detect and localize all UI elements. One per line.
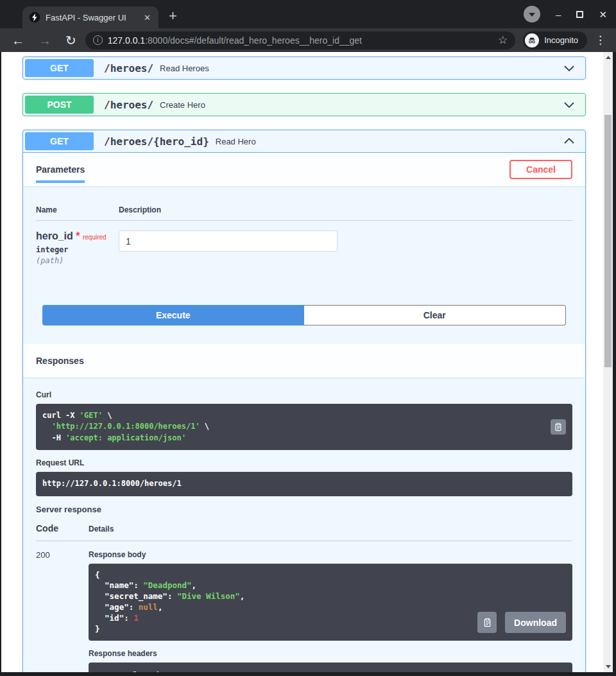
responses-inner: Curl curl -X 'GET' \ 'http://127.0.0.1:8…: [23, 377, 585, 672]
tab-close-icon[interactable]: ✕: [142, 13, 152, 22]
response-headers-code: content-length: 65 content-type: applica…: [89, 663, 572, 672]
opblock-get-hero-by-id: GET /heroes/{hero_id} Read Hero Paramete…: [22, 130, 586, 672]
execute-button[interactable]: Execute: [42, 305, 304, 325]
curl-text: -H: [42, 433, 65, 442]
copy-response-button[interactable]: [477, 612, 497, 633]
response-row: 200 Response body { "name": "Deadpond", …: [36, 541, 572, 672]
maximize-icon: [576, 11, 583, 18]
method-badge-get: GET: [25, 132, 94, 150]
url-host: 127.0.0.1: [108, 35, 145, 46]
address-bar[interactable]: i 127.0.0.1:8000/docs#/default/read_hero…: [85, 31, 515, 49]
browser-window: FastAPI - Swagger UI ✕ + – ✕ ← → ↻ i 127…: [0, 0, 616, 676]
request-url-label: Request URL: [36, 458, 572, 467]
parameter-value-cell: [119, 230, 338, 265]
method-badge-get: GET: [25, 59, 94, 77]
json-null-value: null: [139, 602, 158, 612]
minimize-button[interactable]: –: [556, 10, 561, 19]
curl-command: curl -X 'GET' \ 'http://127.0.0.1:8000/h…: [36, 404, 572, 450]
tab-search-button[interactable]: [524, 6, 540, 22]
curl-string: 'accept: application/json': [65, 433, 186, 442]
copy-curl-button[interactable]: [551, 419, 566, 435]
json-key: "secret_name": [105, 591, 167, 601]
tab-parameters[interactable]: Parameters: [36, 153, 85, 186]
swagger-content: GET /heroes/ Read Heroes POST /heroes/ C…: [1, 52, 603, 672]
execute-row: Execute Clear: [23, 292, 585, 344]
json-colon: :: [133, 580, 143, 590]
scroll-up-arrow-icon[interactable]: [603, 53, 613, 62]
site-info-icon[interactable]: i: [93, 35, 103, 45]
operation-summary: Read Hero: [216, 137, 256, 146]
json-brace: }: [95, 624, 100, 634]
operation-path: /heroes/: [104, 99, 153, 111]
forward-button[interactable]: →: [33, 34, 56, 47]
fastapi-favicon-icon: [29, 12, 40, 23]
json-key: "id": [105, 613, 124, 623]
curl-text: curl -X: [42, 411, 80, 420]
url-path: :8000/docs#/default/read_hero_heroes__he…: [145, 35, 362, 46]
chevron-up-icon[interactable]: [563, 135, 576, 148]
response-body-code: { "name": "Deadpond", "secret_name": "Di…: [89, 564, 572, 641]
json-colon: :: [129, 602, 139, 612]
opblock-get-heroes: GET /heroes/ Read Heroes: [22, 56, 586, 80]
browser-tab[interactable]: FastAPI - Swagger UI ✕: [22, 6, 158, 28]
curl-label: Curl: [36, 390, 572, 399]
opblock-summary-create-hero[interactable]: POST /heroes/ Create Hero: [23, 94, 585, 116]
cancel-button[interactable]: Cancel: [509, 160, 572, 179]
tab-title: FastAPI - Swagger UI: [46, 13, 137, 22]
menu-more-icon[interactable]: ⋮: [591, 33, 610, 47]
operation-path: /heroes/{hero_id}: [104, 135, 209, 148]
required-label: required: [83, 234, 107, 241]
operation-summary: Read Heroes: [160, 64, 209, 73]
maximize-button[interactable]: [576, 10, 583, 19]
parameter-name: hero_id: [36, 230, 73, 241]
curl-text: \: [200, 422, 209, 431]
chevron-down-icon: [529, 13, 535, 17]
opblock-summary-read-hero[interactable]: GET /heroes/{hero_id} Read Hero: [23, 130, 585, 153]
code-column-label: Code: [36, 523, 89, 533]
server-response-label: Server response: [36, 505, 572, 514]
back-button[interactable]: ←: [6, 34, 30, 47]
response-details: Response body { "name": "Deadpond", "sec…: [89, 550, 572, 672]
curl-string: 'GET': [80, 411, 103, 420]
incognito-label: Incognito: [544, 35, 578, 45]
details-column-label: Details: [89, 524, 114, 533]
json-string-value: "Dive Wilson": [177, 591, 240, 601]
operation-path: /heroes/: [104, 62, 153, 74]
scrollbar-thumb[interactable]: [604, 115, 612, 367]
close-button[interactable]: ✕: [599, 10, 607, 19]
opblock-post-heroes: POST /heroes/ Create Hero: [22, 93, 586, 116]
incognito-icon: [525, 33, 539, 48]
page-scrollbar[interactable]: [603, 52, 613, 672]
curl-text: [42, 422, 51, 431]
scroll-down-arrow-icon[interactable]: [603, 662, 613, 672]
required-star: *: [76, 230, 80, 241]
url-text: 127.0.0.1:8000/docs#/default/read_hero_h…: [108, 35, 492, 46]
parameters-table: Name Description hero_id * required inte…: [23, 186, 585, 292]
json-colon: :: [167, 591, 177, 601]
response-body-label: Response body: [89, 550, 572, 559]
json-comma: ,: [240, 591, 245, 601]
clear-button[interactable]: Clear: [304, 305, 567, 325]
response-header-line: content-length: 65: [96, 671, 180, 672]
hero-id-input[interactable]: [119, 230, 338, 252]
curl-string: 'http://127.0.0.1:8000/heroes/1': [51, 422, 200, 431]
column-description: Description: [119, 205, 161, 214]
json-comma: ,: [192, 580, 197, 590]
bookmark-star-icon[interactable]: ☆: [497, 33, 509, 47]
reload-button[interactable]: ↻: [60, 34, 81, 47]
parameter-type: integer: [36, 245, 119, 254]
opblock-summary-read-heroes[interactable]: GET /heroes/ Read Heroes: [23, 57, 585, 79]
chevron-down-icon[interactable]: [563, 62, 576, 74]
json-number-value: 1: [133, 613, 139, 623]
column-name: Name: [36, 205, 119, 214]
chevron-down-icon[interactable]: [563, 98, 576, 111]
json-colon: :: [124, 613, 133, 623]
response-headers-label: Response headers: [89, 649, 572, 658]
new-tab-button[interactable]: +: [169, 6, 177, 26]
parameter-name-cell: hero_id * required integer (path): [36, 230, 119, 265]
download-button[interactable]: Download: [505, 612, 566, 633]
json-brace: {: [95, 570, 100, 580]
json-key: "age": [105, 602, 129, 612]
request-url-value: http://127.0.0.1:8000/heroes/1: [36, 472, 572, 496]
browser-toolbar: ← → ↻ i 127.0.0.1:8000/docs#/default/rea…: [0, 28, 616, 52]
